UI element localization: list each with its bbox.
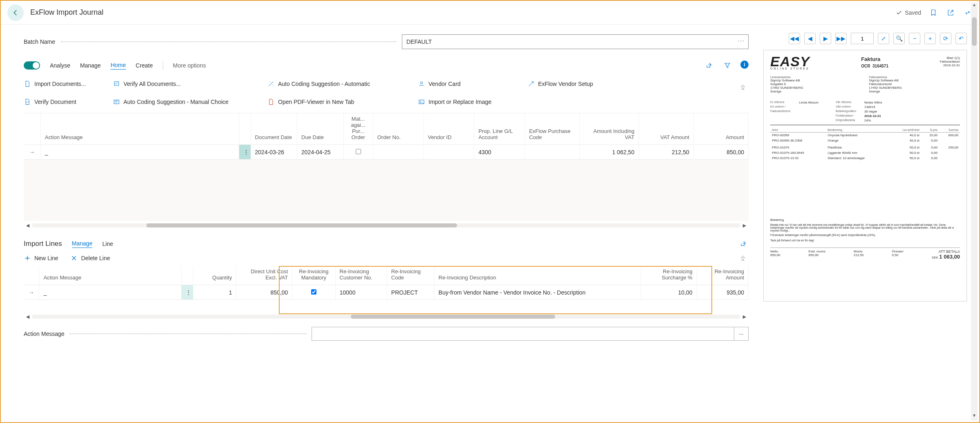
scroll-right-icon[interactable]: ► (740, 222, 749, 229)
lcell-quantity[interactable]: 1 (193, 285, 236, 300)
col-match-order[interactable]: Mat... agai... Pur... Order (343, 113, 373, 145)
vscroll-up-icon[interactable]: ▲ (971, 2, 978, 10)
pdf-undo-icon[interactable]: ↶ (955, 33, 967, 44)
lcell-reinv-code[interactable]: PROJECT (387, 285, 434, 300)
cell-prop-gl[interactable]: 4300 (474, 145, 525, 160)
pdf-next-page[interactable]: ▶ (820, 33, 831, 44)
grid-row[interactable]: → _ ⋮ 2024-03-26 2024-04-25 4300 1 062,5… (24, 145, 749, 160)
lines-scroll-thumb[interactable] (351, 315, 555, 319)
lcol-reinv-customer[interactable]: Re-Invoicing Customer No. (335, 266, 387, 285)
pdf-zoom-out[interactable]: − (909, 33, 920, 44)
grid-hscroll[interactable]: ◄ ► (24, 221, 749, 230)
lcol-quantity[interactable]: Quantity (193, 266, 236, 285)
cell-amount[interactable]: 850,00 (693, 145, 748, 160)
pin-icon[interactable] (740, 84, 746, 91)
action-verify-document[interactable]: Verify Document (24, 94, 110, 110)
cell-match-order[interactable] (343, 145, 373, 160)
action-verify-all[interactable]: Verify All Documents... (113, 76, 264, 92)
lines-row[interactable]: → _ ⋮ 1 850,00 10000 PROJECT Buy-from Ve… (24, 285, 749, 300)
action-import-replace-image[interactable]: Import or Replace Image (418, 94, 524, 110)
cell-document-date[interactable]: 2024-03-26 (251, 145, 297, 160)
cell-vendor-id[interactable] (424, 145, 474, 160)
share-lines-icon[interactable] (739, 239, 749, 249)
vscroll-down-icon[interactable]: ▼ (971, 413, 978, 421)
action-new-line[interactable]: New Line (24, 254, 58, 262)
lcell-reinv-mandatory[interactable] (292, 285, 335, 300)
match-order-checkbox[interactable] (356, 149, 361, 154)
pdf-first-page[interactable]: ◀◀ (789, 33, 800, 44)
lcol-reinv-desc[interactable]: Re-Invoicing Description (434, 266, 641, 285)
share-icon[interactable] (704, 61, 714, 70)
action-auto-coding-auto[interactable]: Auto Coding Suggestion - Automatic (267, 76, 415, 92)
tab-create[interactable]: Create (136, 62, 153, 69)
filter-icon[interactable] (722, 61, 732, 70)
lines-scroll-left-icon[interactable]: ◄ (24, 313, 32, 320)
action-auto-coding-manual[interactable]: Auto Coding Suggestion - Manual Choice (113, 94, 264, 110)
pdf-refresh-icon[interactable]: ⟳ (940, 33, 951, 44)
tab-home[interactable]: Home (110, 62, 126, 70)
row-menu-button[interactable]: ⋮ (239, 145, 251, 160)
analyse-toggle[interactable] (24, 61, 40, 70)
col-action-message[interactable]: Action Message (40, 113, 239, 145)
info-icon[interactable]: i (740, 61, 749, 69)
cell-due-date[interactable]: 2024-04-25 (297, 145, 343, 160)
col-order-no[interactable]: Order No. (373, 113, 424, 145)
lcell-reinv-surcharge[interactable]: 10,00 (641, 285, 697, 300)
pdf-fit-icon[interactable]: ⤢ (878, 33, 889, 44)
lcol-reinv-amount[interactable]: Re-Invoicing Amount (697, 266, 748, 285)
action-exflow-vendor-setup[interactable]: ExFlow Vendor Setup (527, 76, 650, 92)
action-open-pdf[interactable]: Open PDF-Viewer in New Tab (267, 94, 415, 110)
col-exflow-code[interactable]: ExFlow Purchase Code (525, 113, 580, 145)
back-button[interactable] (7, 4, 24, 21)
pdf-prev-page[interactable]: ◀ (804, 33, 816, 44)
reinv-mandatory-checkbox[interactable] (311, 289, 316, 295)
lcell-reinv-desc[interactable]: Buy-from Vendor Name - Vendor Invoice No… (434, 285, 641, 300)
batch-name-input[interactable]: DEFAULT ··· (402, 34, 749, 49)
lcell-reinv-customer[interactable]: 10000 (335, 285, 387, 300)
vscroll-thumb[interactable] (972, 17, 977, 46)
cell-amount-incl-vat[interactable]: 1 062,50 (580, 145, 639, 160)
popout-icon[interactable] (946, 8, 955, 18)
pdf-zoom-in[interactable]: + (924, 33, 936, 44)
lcol-reinv-surcharge[interactable]: Re-Invoicing Surcharge % (641, 266, 697, 285)
lcol-reinv-mandatory[interactable]: Re-Invoicing Mandatory (292, 266, 335, 285)
scroll-thumb[interactable] (146, 223, 457, 227)
cell-exflow-code[interactable] (525, 145, 580, 160)
col-amount[interactable]: Amount (693, 113, 748, 145)
lines-tab-line[interactable]: Line (102, 241, 113, 247)
row-selector[interactable]: → (24, 145, 40, 160)
lcol-reinv-code[interactable]: Re-Invoicing Code (387, 266, 434, 285)
lcell-reinv-amount[interactable]: 935,00 (697, 285, 748, 300)
lines-scroll-right-icon[interactable]: ► (740, 313, 749, 320)
lines-hscroll[interactable]: ◄ ► (24, 312, 749, 321)
lines-row-selector[interactable]: → (24, 285, 39, 300)
scroll-left-icon[interactable]: ◄ (24, 222, 32, 229)
window-vscroll[interactable]: ▲ ▼ (971, 2, 978, 421)
col-amount-incl-vat[interactable]: Amount Including VAT (580, 113, 639, 145)
pin-lines-icon[interactable] (740, 255, 746, 262)
col-prop-gl[interactable]: Prop. Line G/L Account (474, 113, 525, 145)
action-delete-line[interactable]: Delete Line (70, 254, 110, 262)
pdf-last-page[interactable]: ▶▶ (835, 33, 847, 44)
col-document-date[interactable]: Document Date (251, 113, 297, 145)
tab-manage[interactable]: Manage (80, 62, 101, 69)
lcell-action-message[interactable]: _ (39, 285, 181, 300)
tab-analyse[interactable]: Analyse (50, 62, 70, 69)
pdf-page-input[interactable] (851, 33, 874, 44)
action-import-documents[interactable]: Import Documents... (24, 76, 110, 92)
col-due-date[interactable]: Due Date (297, 113, 343, 145)
footer-lookup-button[interactable]: ··· (734, 327, 749, 341)
cell-action-message[interactable]: _ (40, 145, 239, 160)
tab-more-options[interactable]: More options (173, 62, 206, 69)
col-vat-amount[interactable]: VAT Amount (639, 113, 693, 145)
action-vendor-card[interactable]: Vendor Card (418, 76, 524, 92)
lcol-action-message[interactable]: Action Message (39, 266, 181, 285)
footer-action-message-input[interactable]: ··· (312, 327, 749, 341)
cell-order-no[interactable] (373, 145, 424, 160)
lines-tab-manage[interactable]: Manage (72, 240, 93, 248)
lcell-direct-unit-cost[interactable]: 850,00 (236, 285, 292, 300)
pdf-zoom-icon[interactable]: 🔍 (893, 33, 905, 44)
cell-vat-amount[interactable]: 212,50 (639, 145, 693, 160)
batch-lookup-button[interactable]: ··· (738, 37, 745, 44)
col-vendor-id[interactable]: Vendor ID (424, 113, 474, 145)
